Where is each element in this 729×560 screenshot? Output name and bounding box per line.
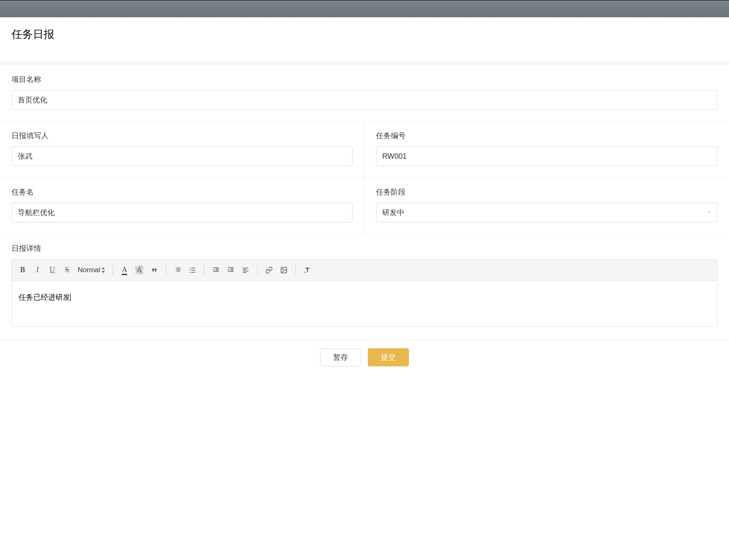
page-title: 任务日报 bbox=[12, 27, 717, 42]
editor-content[interactable]: 任务已经进研发 bbox=[12, 281, 717, 326]
format-select-label: Normal bbox=[78, 266, 100, 274]
underline-button[interactable]: U bbox=[46, 264, 59, 277]
reporter-label: 日报填写人 bbox=[12, 131, 353, 141]
top-bar bbox=[0, 0, 729, 17]
field-reporter: 日报填写人 bbox=[0, 122, 364, 178]
field-details: 日报详情 B I U S Normal A A bbox=[0, 234, 729, 340]
save-draft-button[interactable]: 暂存 bbox=[320, 348, 361, 366]
svg-rect-5 bbox=[191, 272, 195, 273]
strikethrough-button[interactable]: S bbox=[60, 264, 74, 277]
sort-icon bbox=[101, 267, 105, 273]
field-task-name: 任务名 bbox=[0, 178, 364, 234]
outdent-button[interactable] bbox=[209, 264, 223, 277]
italic-button[interactable]: I bbox=[31, 264, 44, 277]
project-name-input[interactable] bbox=[12, 90, 717, 110]
quote-button[interactable] bbox=[148, 264, 161, 277]
align-button[interactable] bbox=[239, 264, 252, 277]
field-task-no: 任务编号 bbox=[364, 122, 729, 178]
font-color-button[interactable]: A bbox=[118, 264, 131, 277]
svg-rect-9 bbox=[243, 272, 246, 273]
task-no-input[interactable] bbox=[376, 146, 717, 166]
toolbar-divider bbox=[295, 265, 296, 275]
clear-format-button[interactable] bbox=[301, 264, 314, 277]
svg-point-11 bbox=[282, 268, 283, 269]
toolbar-divider bbox=[257, 265, 258, 275]
indent-button[interactable] bbox=[224, 264, 237, 277]
field-task-stage: 任务阶段 bbox=[364, 178, 729, 234]
ordered-list-button[interactable] bbox=[171, 264, 184, 277]
toolbar-divider bbox=[113, 265, 113, 275]
task-stage-value[interactable] bbox=[376, 203, 717, 222]
unordered-list-button[interactable] bbox=[186, 264, 199, 277]
toolbar-divider bbox=[166, 265, 166, 275]
editor-toolbar: B I U S Normal A A bbox=[12, 259, 717, 281]
svg-point-2 bbox=[190, 272, 190, 273]
svg-point-1 bbox=[190, 269, 190, 270]
task-no-label: 任务编号 bbox=[376, 131, 717, 141]
svg-rect-8 bbox=[243, 271, 248, 271]
project-name-label: 项目名称 bbox=[12, 74, 717, 84]
details-label: 日报详情 bbox=[12, 243, 717, 253]
header-section: 任务日报 bbox=[0, 17, 729, 65]
background-color-button[interactable]: A bbox=[133, 264, 146, 277]
submit-button[interactable]: 提交 bbox=[368, 348, 409, 366]
link-button[interactable] bbox=[262, 264, 276, 277]
button-bar: 暂存 提交 bbox=[0, 340, 729, 376]
rich-editor: B I U S Normal A A bbox=[12, 259, 717, 326]
task-name-input[interactable] bbox=[12, 203, 353, 222]
toolbar-divider bbox=[204, 265, 204, 275]
svg-point-0 bbox=[190, 267, 190, 268]
bold-button[interactable]: B bbox=[16, 264, 29, 277]
svg-rect-6 bbox=[243, 268, 248, 268]
task-name-label: 任务名 bbox=[12, 187, 353, 197]
svg-rect-3 bbox=[191, 268, 195, 268]
field-project-name: 项目名称 bbox=[0, 65, 729, 122]
image-button[interactable] bbox=[277, 264, 290, 277]
task-stage-label: 任务阶段 bbox=[376, 187, 717, 197]
svg-rect-4 bbox=[191, 270, 195, 271]
task-stage-select[interactable] bbox=[376, 203, 717, 222]
form-section: 项目名称 日报填写人 任务编号 任务名 任务阶段 bbox=[0, 65, 729, 234]
reporter-input[interactable] bbox=[12, 146, 353, 166]
format-select[interactable]: Normal bbox=[75, 264, 108, 277]
svg-rect-7 bbox=[243, 269, 246, 270]
